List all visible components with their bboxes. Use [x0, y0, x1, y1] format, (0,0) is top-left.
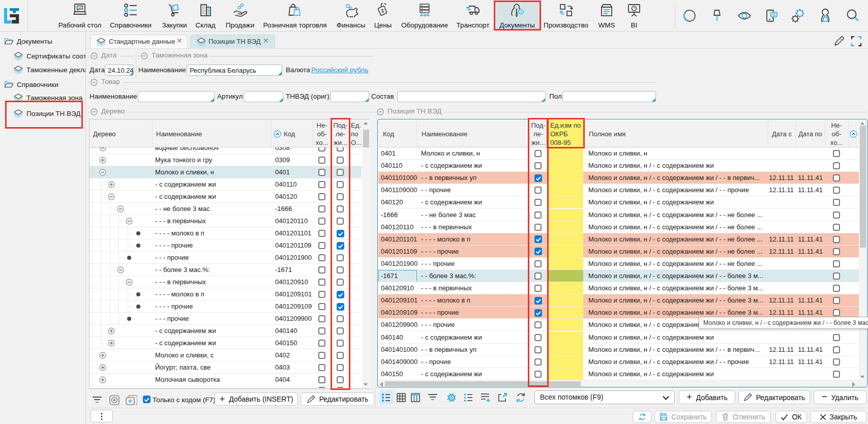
- svg-text:$: $: [381, 8, 384, 14]
